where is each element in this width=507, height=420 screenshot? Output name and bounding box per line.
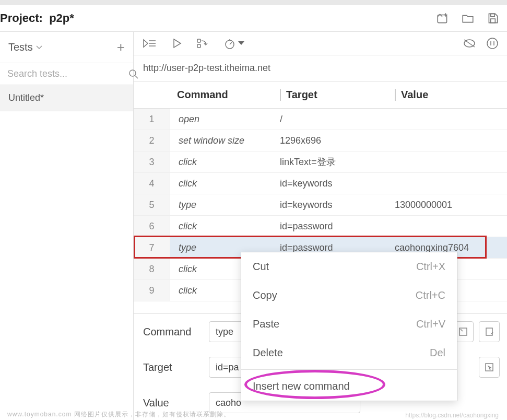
context-menu-shortcut: Ctrl+V bbox=[416, 318, 445, 330]
row-target: id=password bbox=[280, 221, 395, 232]
svg-rect-4 bbox=[491, 19, 496, 23]
context-menu-label: Copy bbox=[253, 289, 277, 301]
row-target: id=keywords bbox=[280, 178, 395, 189]
detail-target-label: Target bbox=[143, 361, 209, 374]
context-menu: CutCtrl+XCopyCtrl+CPasteCtrl+VDeleteDelI… bbox=[241, 252, 457, 401]
svg-line-21 bbox=[461, 329, 463, 331]
context-menu-label: Delete bbox=[253, 347, 283, 359]
row-value: 13000000001 bbox=[395, 200, 507, 211]
watermark: www.toymoban.com 网络图片仅供展示，非存储，如有侵权请联系删除。 bbox=[7, 410, 230, 419]
sidebar: Tests + Untitled* bbox=[0, 32, 134, 420]
row-number: 6 bbox=[134, 216, 170, 237]
context-menu-item[interactable]: DeleteDel bbox=[241, 339, 457, 367]
context-menu-item[interactable]: CopyCtrl+C bbox=[241, 281, 457, 310]
svg-rect-11 bbox=[197, 44, 201, 48]
context-menu-shortcut: Del bbox=[430, 347, 445, 359]
context-menu-item[interactable]: CutCtrl+X bbox=[241, 252, 457, 281]
run-all-icon[interactable] bbox=[142, 38, 158, 49]
row-target: 1296x696 bbox=[280, 135, 395, 146]
watermark-right: https://blog.csdn.net/caohongxing bbox=[405, 412, 499, 419]
toolbar bbox=[134, 32, 507, 55]
row-number: 9 bbox=[134, 280, 170, 301]
context-menu-shortcut: Ctrl+C bbox=[416, 289, 445, 301]
row-number: 4 bbox=[134, 173, 170, 194]
tests-dropdown[interactable]: Tests bbox=[8, 41, 42, 53]
table-row[interactable]: 2set window size1296x696 bbox=[134, 130, 507, 151]
context-menu-label: Paste bbox=[253, 318, 279, 330]
row-command: open bbox=[170, 114, 280, 125]
project-bar: Project: p2p* bbox=[0, 5, 507, 32]
svg-rect-22 bbox=[486, 328, 492, 335]
row-command: set window size bbox=[170, 135, 280, 146]
table-row[interactable]: 3clicklinkText=登录 bbox=[134, 151, 507, 173]
detail-value-label: Value bbox=[143, 397, 209, 409]
svg-rect-10 bbox=[197, 39, 201, 42]
new-project-icon[interactable] bbox=[436, 11, 450, 25]
test-item[interactable]: Untitled* bbox=[0, 85, 133, 111]
row-number: 2 bbox=[134, 130, 170, 151]
row-number: 7 bbox=[134, 237, 170, 258]
table-row[interactable]: 4clickid=keywords bbox=[134, 173, 507, 194]
add-test-button[interactable]: + bbox=[117, 39, 125, 55]
step-icon[interactable] bbox=[196, 38, 210, 49]
column-value: Value bbox=[395, 89, 507, 101]
base-url-input[interactable]: http://user-p2p-test.itheima.net bbox=[134, 55, 507, 81]
pause-icon[interactable] bbox=[486, 37, 499, 50]
save-icon[interactable] bbox=[486, 11, 500, 25]
context-menu-label: Cut bbox=[253, 261, 269, 273]
row-command: type bbox=[170, 200, 280, 211]
svg-line-13 bbox=[230, 42, 232, 44]
detail-doc-button[interactable] bbox=[479, 321, 500, 342]
detail-command-label: Command bbox=[143, 326, 209, 338]
column-target: Target bbox=[280, 89, 395, 101]
column-command: Command bbox=[170, 89, 280, 101]
row-command: click bbox=[170, 178, 280, 189]
context-menu-divider bbox=[241, 369, 457, 370]
run-icon[interactable] bbox=[171, 38, 183, 49]
table-header: Command Target Value bbox=[134, 81, 507, 109]
context-menu-shortcut: Ctrl+X bbox=[416, 261, 445, 273]
table-row[interactable]: 6clickid=password bbox=[134, 216, 507, 237]
project-title: Project: p2p* bbox=[0, 11, 74, 25]
speed-dropdown[interactable] bbox=[223, 37, 244, 50]
row-command: click bbox=[170, 221, 280, 232]
svg-point-17 bbox=[487, 38, 498, 49]
svg-rect-3 bbox=[491, 14, 495, 16]
row-target: linkText=登录 bbox=[280, 156, 395, 168]
row-command: click bbox=[170, 157, 280, 168]
context-menu-item[interactable]: PasteCtrl+V bbox=[241, 310, 457, 339]
context-menu-item[interactable]: Insert new command bbox=[241, 372, 457, 401]
row-number: 1 bbox=[134, 109, 170, 130]
row-number: 3 bbox=[134, 151, 170, 172]
detail-select-target-button[interactable] bbox=[479, 357, 500, 378]
row-target: id=keywords bbox=[280, 200, 395, 211]
row-number: 5 bbox=[134, 194, 170, 215]
row-number: 8 bbox=[134, 259, 170, 279]
disable-breakpoints-icon[interactable] bbox=[462, 38, 477, 49]
search-input[interactable] bbox=[7, 68, 128, 79]
table-row[interactable]: 1open/ bbox=[134, 109, 507, 130]
open-folder-icon[interactable] bbox=[461, 11, 475, 25]
context-menu-label: Insert new command bbox=[253, 380, 350, 392]
table-row[interactable]: 5typeid=keywords13000000001 bbox=[134, 194, 507, 216]
row-target: / bbox=[280, 114, 395, 125]
